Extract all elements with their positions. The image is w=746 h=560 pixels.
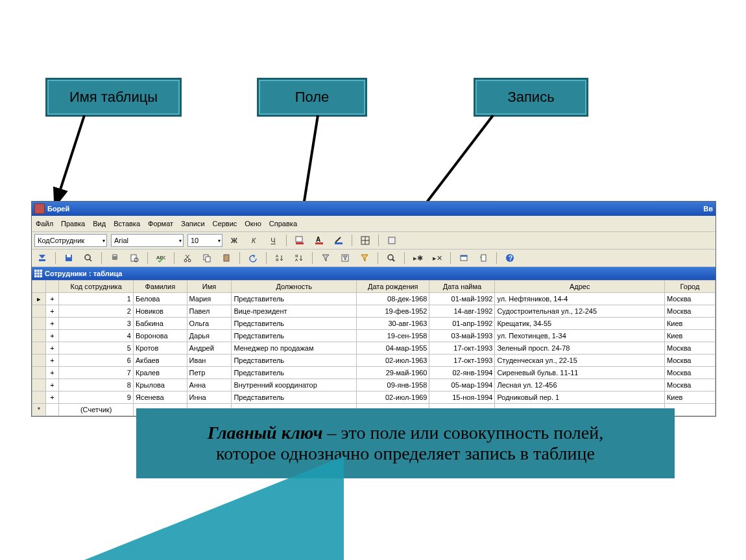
cell-city[interactable]: Москва [664,342,715,355]
cell-firstname[interactable]: Павел [187,305,232,318]
print-button[interactable] [107,251,123,265]
cell-birthdate[interactable]: 02-июл-1969 [357,391,429,404]
cell-address[interactable]: Крещатик, 34-55 [495,318,665,330]
expand-button[interactable]: + [45,355,59,367]
font-name-dropdown[interactable]: Arial [111,234,184,247]
col-city[interactable]: Город [664,281,715,293]
cell-lastname[interactable]: Новиков [133,305,187,318]
field-name-dropdown[interactable]: КодСотрудник [34,234,107,247]
cell-hiredate[interactable]: 14-авг-1992 [429,305,495,318]
table-row[interactable]: +5КротовАндрейМенеджер по продажам04-мар… [32,342,716,355]
cell-position[interactable]: Менеджер по продажам [232,342,357,355]
cell-address[interactable]: ул. Нефтяников, 14-4 [495,293,665,305]
col-firstname[interactable]: Имя [187,281,232,293]
cell-city[interactable]: Москва [664,355,715,367]
view-button[interactable] [34,251,50,265]
cell-position[interactable]: Представитель [232,293,357,305]
cell-id[interactable]: 3 [59,318,134,330]
expand-header[interactable] [45,281,59,293]
col-lastname[interactable]: Фамилия [133,281,187,293]
cell-city[interactable]: Москва [664,379,715,391]
menu-insert[interactable]: Вставка [114,220,140,228]
row-selector[interactable] [32,305,46,318]
cell-birthdate[interactable]: 04-мар-1955 [357,342,429,355]
paste-button[interactable] [219,251,234,265]
cell-address[interactable]: Лесная ул. 12-456 [495,379,665,391]
expand-button[interactable]: + [45,305,59,318]
filter-selection-button[interactable] [318,251,333,265]
filter-form-button[interactable] [337,251,353,265]
cell-position[interactable]: Представитель [232,367,357,379]
table-row[interactable]: +3БабкинаОльгаПредставитель30-авг-196301… [32,318,716,330]
fill-color-button[interactable] [292,233,307,248]
cell-position[interactable]: Представитель [232,318,357,330]
cell-hiredate[interactable]: 17-окт-1993 [429,342,495,355]
expand-button[interactable]: + [45,391,59,404]
menu-edit[interactable]: Правка [61,220,85,228]
cell-birthdate[interactable]: 08-дек-1968 [357,293,429,305]
cell-city[interactable]: Киев [664,318,715,330]
cell-lastname[interactable]: Кралев [133,367,187,379]
table-row[interactable]: +2НовиковПавелВице-президент19-фев-19521… [32,305,716,318]
special-effect-button[interactable] [384,233,400,248]
table-row[interactable]: +8КрыловаАннаВнутренний координатор09-ян… [32,379,716,391]
cell-position[interactable]: Представитель [232,391,357,404]
cell-birthdate[interactable]: 30-авг-1963 [357,318,429,330]
cell-address[interactable]: Родниковый пер. 1 [495,391,665,404]
sort-asc-button[interactable]: AЯ [272,251,287,265]
table-row[interactable]: ▸+1БеловаМарияПредставитель08-дек-196801… [32,293,716,305]
col-employee-id[interactable]: Код сотрудника [59,281,134,293]
cell-address[interactable]: Студенческая ул., 22-15 [495,355,665,367]
copy-button[interactable] [199,251,215,265]
line-color-button[interactable] [331,233,346,248]
col-address[interactable]: Адрес [495,281,665,293]
cell-position[interactable]: Представитель [232,355,357,367]
menu-bar[interactable]: Файл Правка Вид Вставка Формат Записи Се… [32,216,716,232]
row-selector[interactable] [32,379,46,391]
table-row[interactable]: +6АкбаевИванПредставитель02-июл-196317-о… [32,355,716,367]
col-birthdate[interactable]: Дата рождения [357,281,429,293]
find-button[interactable] [383,251,399,265]
row-selector[interactable] [32,355,46,367]
cell-firstname[interactable]: Иван [187,355,232,367]
row-selector[interactable] [32,330,46,342]
cell-id[interactable]: 7 [59,367,134,379]
cell-city[interactable]: Москва [664,305,715,318]
table-row[interactable]: +9ЯсеневаИннаПредставитель02-июл-196915-… [32,391,716,404]
delete-record-button[interactable]: ▸✕ [429,251,445,265]
menu-view[interactable]: Вид [93,220,106,228]
table-row[interactable]: +7КралевПетрПредставитель29-май-196002-я… [32,367,716,379]
cell-hiredate[interactable]: 03-май-1993 [429,330,495,342]
save-button[interactable] [61,251,77,265]
cell-address[interactable]: Зеленый просп. 24-78 [495,342,665,355]
undo-button[interactable] [245,251,261,265]
col-hiredate[interactable]: Дата найма [429,281,495,293]
cell-city[interactable]: Киев [664,330,715,342]
cell-firstname[interactable]: Петр [187,367,232,379]
cell-birthdate[interactable]: 02-июл-1963 [357,355,429,367]
underline-button[interactable]: Ч [265,233,281,248]
cell-lastname[interactable]: Воронова [133,330,187,342]
cell-city[interactable]: Москва [664,293,715,305]
cell-id[interactable]: 1 [59,293,134,305]
cell-firstname[interactable]: Мария [187,293,232,305]
expand-button[interactable]: + [45,379,59,391]
cell-firstname[interactable]: Ольга [187,318,232,330]
expand-button[interactable]: + [45,318,59,330]
sort-desc-button[interactable]: ЯA [291,251,307,265]
employees-table[interactable]: Код сотрудника Фамилия Имя Должность Дат… [32,280,716,416]
row-selector[interactable] [32,367,46,379]
menu-help[interactable]: Справка [269,220,297,228]
italic-button[interactable]: К [246,233,261,248]
cell-id[interactable]: 8 [59,379,134,391]
cell-id[interactable]: 9 [59,391,134,404]
cell-hiredate[interactable]: 15-ноя-1994 [429,391,495,404]
search-button[interactable] [80,251,96,265]
cell-birthdate[interactable]: 19-фев-1952 [357,305,429,318]
menu-file[interactable]: Файл [36,220,53,228]
cell-lastname[interactable]: Белова [133,293,187,305]
cell-address[interactable]: Сиреневый бульв. 11-11 [495,367,665,379]
expand-button[interactable]: + [45,367,59,379]
database-window-button[interactable] [456,251,472,265]
cell-id[interactable]: 6 [59,355,134,367]
